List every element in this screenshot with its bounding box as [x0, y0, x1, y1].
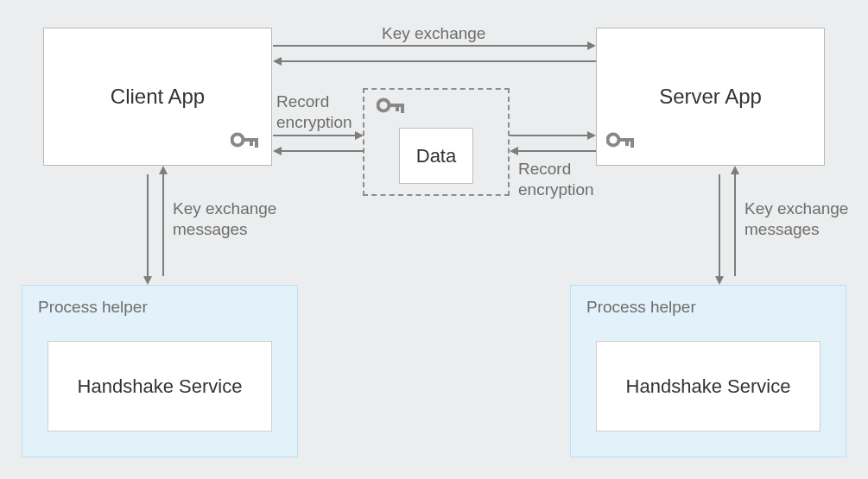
- svg-rect-6: [396, 107, 399, 111]
- arrow-key-msgs-left-up: [162, 174, 164, 276]
- arrow-rec-enc-right-top-head: [587, 131, 596, 140]
- label-key-exchange: Key exchange: [382, 23, 485, 44]
- arrow-key-msgs-left-down-head: [143, 276, 152, 285]
- label-record-encryption-right: Record encryption: [518, 159, 594, 200]
- server-app-label: Server App: [659, 85, 762, 109]
- svg-rect-1: [243, 138, 258, 142]
- process-helper-left-label: Process helper: [38, 298, 148, 317]
- arrow-key-msgs-left-down: [147, 174, 149, 276]
- svg-rect-10: [625, 142, 629, 146]
- svg-rect-11: [630, 142, 634, 148]
- arrow-rec-enc-left-bot: [282, 150, 364, 152]
- process-helper-right-label: Process helper: [586, 298, 696, 317]
- key-icon: [377, 97, 406, 114]
- data-box: Data: [399, 128, 473, 184]
- arrow-key-exchange-right-line: [273, 45, 587, 47]
- arrow-key-msgs-right-up: [734, 174, 736, 276]
- arrow-rec-enc-left-top-head: [355, 131, 364, 140]
- label-record-encryption-left: Record encryption: [276, 91, 352, 133]
- handshake-left-label: Handshake Service: [78, 375, 243, 398]
- arrow-rec-enc-left-top: [273, 135, 355, 136]
- arrow-rec-enc-right-bot-head: [510, 147, 518, 155]
- svg-rect-2: [250, 142, 253, 146]
- svg-rect-9: [618, 138, 634, 142]
- svg-point-8: [608, 135, 619, 146]
- svg-point-0: [232, 135, 244, 146]
- arrow-key-exchange-left-head: [273, 57, 282, 66]
- key-icon: [606, 131, 636, 148]
- arrow-rec-enc-left-bot-head: [273, 147, 282, 155]
- handshake-right-label: Handshake Service: [626, 375, 791, 398]
- key-icon: [231, 131, 260, 148]
- arrow-key-msgs-left-up-head: [159, 166, 168, 174]
- svg-rect-5: [389, 104, 404, 107]
- handshake-service-left: Handshake Service: [48, 341, 272, 432]
- arrow-key-exchange-left-line: [282, 60, 596, 62]
- arrow-rec-enc-right-top: [510, 135, 587, 136]
- svg-point-4: [378, 100, 390, 111]
- arrow-key-msgs-right-down: [719, 174, 720, 276]
- client-app-label: Client App: [111, 85, 205, 109]
- svg-rect-7: [401, 107, 404, 113]
- svg-rect-3: [255, 142, 258, 148]
- label-key-msgs-right: Key exchange messages: [744, 199, 848, 240]
- label-key-msgs-left: Key exchange messages: [173, 199, 276, 240]
- arrow-key-msgs-right-down-head: [715, 276, 724, 285]
- data-label: Data: [416, 145, 456, 167]
- arrow-key-msgs-right-up-head: [731, 166, 739, 174]
- arrow-key-exchange-right-head: [587, 41, 596, 50]
- arrow-rec-enc-right-bot: [518, 150, 596, 152]
- handshake-service-right: Handshake Service: [596, 341, 820, 432]
